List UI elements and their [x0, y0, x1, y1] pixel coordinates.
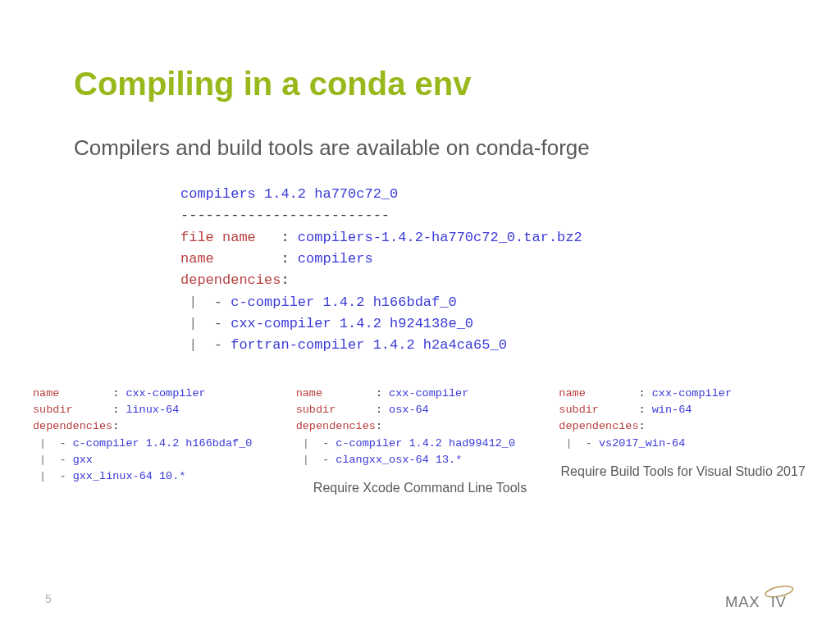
platform-column: name : cxx-compiler subdir : linux-64 de…	[33, 386, 281, 486]
slide: Compiling in a conda env Compilers and b…	[0, 0, 840, 630]
slide-subtitle: Compilers and build tools are available …	[74, 135, 766, 161]
platform-code-block: name : cxx-compiler subdir : win-64 depe…	[559, 386, 807, 452]
platform-caption: Require Xcode Command Line Tools	[296, 480, 545, 497]
platform-code-block: name : cxx-compiler subdir : linux-64 de…	[33, 386, 281, 486]
platform-columns: name : cxx-compiler subdir : linux-64 de…	[33, 386, 807, 497]
page-number: 5	[45, 592, 52, 605]
platform-column: name : cxx-compiler subdir : win-64 depe…	[559, 386, 807, 481]
main-code-block: compilers 1.4.2 ha770c72_0 -------------…	[180, 184, 766, 357]
platform-code-block: name : cxx-compiler subdir : osx-64 depe…	[296, 386, 545, 468]
svg-text:MAX: MAX	[725, 593, 760, 610]
platform-caption: Require Build Tools for Visual Studio 20…	[559, 463, 807, 481]
platform-column: name : cxx-compiler subdir : osx-64 depe…	[296, 386, 545, 497]
slide-title: Compiling in a conda env	[74, 66, 766, 103]
maxiv-logo: MAX IV	[725, 582, 807, 614]
svg-text:IV: IV	[771, 593, 787, 610]
